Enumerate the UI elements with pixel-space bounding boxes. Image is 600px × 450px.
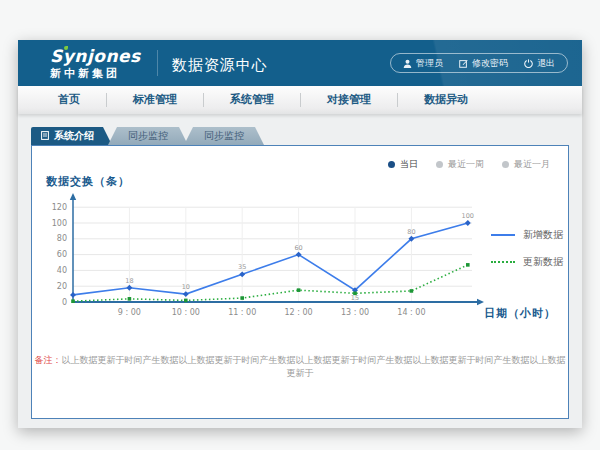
nav-item-data-change[interactable]: 数据异动	[398, 93, 494, 107]
app-window: Synjones 新中新集团 数据资源中心 管理员 修改密码 退出	[18, 40, 582, 428]
data-point	[297, 288, 301, 292]
data-point-label: 15	[351, 294, 359, 302]
page-title: 数据资源中心	[157, 50, 268, 76]
y-tick-label: 40	[57, 266, 67, 275]
tab-bar: 系统介绍 同步监控 同步监控	[31, 127, 264, 145]
y-tick-label: 0	[62, 298, 67, 307]
legend-item-new-data: 新增数据	[491, 228, 563, 242]
data-point	[410, 289, 414, 293]
footnote: 备注：以上数据更新于时间产生数据以上数据更新于时间产生数据以上数据更新于时间产生…	[32, 354, 568, 380]
data-point-label: 80	[407, 228, 415, 236]
tab-label: 同步监控	[204, 129, 244, 143]
user-menu: 管理员 修改密码 退出	[390, 53, 568, 73]
change-password-button[interactable]: 修改密码	[459, 57, 508, 70]
nav-item-home[interactable]: 首页	[32, 93, 107, 107]
data-point	[466, 263, 470, 267]
main-navigation: 首页 标准管理 系统管理 对接管理 数据异动	[18, 86, 582, 114]
legend-label: 更新数据	[523, 255, 563, 269]
logo-leaf-icon	[64, 46, 68, 50]
document-icon	[41, 131, 49, 142]
data-point	[353, 292, 357, 296]
footnote-prefix: 备注：	[35, 355, 62, 365]
x-tick-label: 14 : 00	[397, 308, 425, 317]
data-point-label: 35	[238, 263, 246, 271]
tab-system-introduction[interactable]: 系统介绍	[31, 127, 112, 145]
tab-label: 同步监控	[128, 129, 168, 143]
data-point	[465, 220, 471, 226]
logout-button[interactable]: 退出	[524, 57, 555, 70]
x-tick-label: 11 : 00	[228, 308, 256, 317]
x-tick-label: 10 : 00	[172, 308, 200, 317]
company-logo: Synjones 新中新集团	[50, 48, 141, 79]
data-point-label: 18	[125, 277, 133, 285]
data-point	[70, 292, 76, 298]
user-name-label: 管理员	[416, 57, 443, 70]
legend-item-updated-data: 更新数据	[491, 255, 563, 269]
data-point-label: 100	[462, 212, 474, 220]
app-header: Synjones 新中新集团 数据资源中心 管理员 修改密码 退出	[18, 40, 582, 86]
y-tick-label: 80	[57, 234, 67, 243]
solid-line-swatch-icon	[491, 234, 515, 236]
data-point	[184, 299, 188, 303]
y-tick-label: 20	[57, 282, 67, 291]
y-tick-label: 100	[52, 219, 67, 228]
nav-item-standard-management[interactable]: 标准管理	[107, 93, 204, 107]
change-password-label: 修改密码	[472, 57, 508, 70]
nav-item-interface-management[interactable]: 对接管理	[301, 93, 398, 107]
data-point	[71, 299, 75, 303]
y-tick-label: 120	[52, 203, 67, 212]
data-point	[128, 297, 132, 301]
data-point	[239, 271, 245, 277]
x-tick-label: 12 : 00	[285, 308, 313, 317]
data-point-label: 60	[294, 244, 302, 252]
nav-item-system-management[interactable]: 系统管理	[204, 93, 301, 107]
legend-label: 新增数据	[523, 228, 563, 242]
power-icon	[524, 59, 533, 68]
x-axis-title: 日期（小时）	[484, 306, 556, 321]
x-tick-label: 9 : 00	[118, 308, 141, 317]
tab-label: 系统介绍	[54, 129, 94, 143]
data-point-label: 10	[182, 283, 190, 291]
content-area: 系统介绍 同步监控 同步监控 当日 最近一周	[18, 114, 582, 428]
data-point	[183, 291, 189, 297]
edit-icon	[459, 59, 468, 68]
footnote-text: 以上数据更新于时间产生数据以上数据更新于时间产生数据以上数据更新于时间产生数据以…	[62, 355, 566, 378]
logout-label: 退出	[537, 57, 555, 70]
y-tick-label: 60	[57, 250, 67, 259]
logo-company-name: 新中新集团	[50, 68, 141, 79]
logo-brand-name: Synjones	[50, 48, 141, 65]
tab-sync-monitor-2[interactable]: 同步监控	[184, 127, 264, 145]
chart-panel: 当日 最近一周 最近一月 数据交换（条） 0204060801001209 : …	[31, 145, 569, 419]
tab-sync-monitor-1[interactable]: 同步监控	[108, 127, 188, 145]
data-point	[240, 296, 244, 300]
user-icon	[403, 59, 412, 68]
x-axis-arrow-icon	[477, 299, 484, 305]
current-user-button[interactable]: 管理员	[403, 57, 443, 70]
y-axis-arrow-icon	[70, 193, 76, 200]
dotted-line-swatch-icon	[491, 261, 515, 263]
chart-legend: 新增数据 更新数据	[491, 228, 563, 269]
x-tick-label: 13 : 00	[341, 308, 369, 317]
